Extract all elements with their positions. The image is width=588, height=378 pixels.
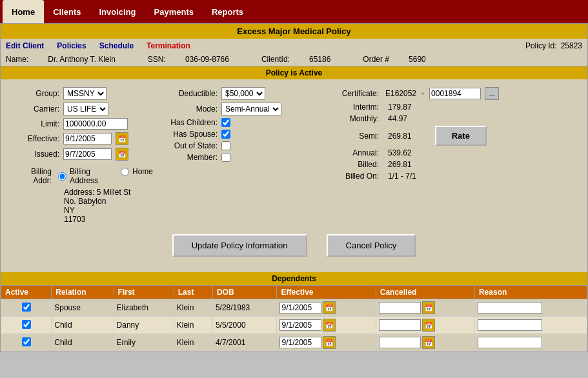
carrier-select[interactable]: US LIFE [63, 103, 108, 115]
form-col-3: Certificate: E162052 - ... Interim: 179.… [321, 87, 527, 224]
issued-label: Issued: [11, 150, 59, 159]
dep-effective-2[interactable] [279, 337, 321, 348]
sub-nav-termination[interactable]: Termination [147, 41, 190, 50]
monthly-value: 44.97 [388, 114, 407, 123]
billed-value: 269.81 [388, 160, 412, 169]
ssn-label: SSN: [148, 55, 166, 64]
col-cancelled: Cancelled [376, 286, 474, 299]
col-active: Active [1, 286, 52, 299]
dependents-section: Dependents Active Relation First Last DO… [1, 272, 587, 352]
form-area: Group: MSSNY Carrier: US LIFE Limit: [1, 79, 587, 270]
has-children-label: Has Children: [159, 118, 218, 127]
nav-tab-reports[interactable]: Reports [203, 0, 252, 23]
action-row: Update Policy Information Cancel Policy [11, 234, 577, 257]
dep-last-1: Klein [174, 317, 212, 334]
out-of-state-checkbox[interactable] [221, 141, 230, 150]
dependents-table: Active Relation First Last DOB Effective… [1, 285, 587, 352]
dep-can-cal-0[interactable]: 📅 [422, 301, 435, 314]
interim-value: 179.87 [388, 103, 412, 112]
certificate-input[interactable] [429, 88, 481, 99]
form-col-2: Deductible: $50,000 Mode: Semi-Annual Ha… [153, 87, 321, 224]
issued-input[interactable] [63, 148, 112, 160]
dep-first-2: Emily [114, 334, 174, 352]
dep-last-0: Klein [174, 299, 212, 317]
dep-reason-2[interactable] [478, 337, 542, 348]
deductible-select[interactable]: $50,000 [221, 87, 265, 100]
effective-label: Effective: [11, 134, 59, 143]
dep-eff-cal-1[interactable]: 📅 [323, 319, 336, 332]
billing-address-label: Billing Address [70, 167, 110, 185]
dep-active-1[interactable] [22, 320, 31, 329]
carrier-label: Carrier: [11, 104, 59, 114]
sub-nav-schedule[interactable]: Schedule [99, 41, 134, 50]
address-line1: 5 Millet St [97, 188, 131, 197]
nav-bar: Home Clients Invoicing Payments Reports [0, 0, 588, 23]
dep-active-2[interactable] [22, 337, 31, 346]
annual-value: 539.62 [388, 148, 412, 157]
address-line4: 11703 [64, 215, 85, 224]
dep-eff-cal-0[interactable]: 📅 [323, 301, 336, 314]
member-checkbox[interactable] [221, 153, 230, 162]
has-children-checkbox[interactable] [221, 118, 230, 127]
semi-value: 269.81 [388, 132, 412, 141]
dep-reason-1[interactable] [478, 319, 542, 331]
billed-on-label: Billed On: [327, 172, 379, 181]
dep-relation-2: Child [52, 334, 114, 352]
dep-first-1: Danny [114, 317, 174, 334]
issued-calendar-icon[interactable]: 📅 [116, 148, 128, 161]
billed-label: Billed: [327, 160, 379, 169]
policy-id-value: 25823 [561, 41, 582, 50]
has-spouse-checkbox[interactable] [221, 130, 230, 139]
dep-eff-cal-2[interactable]: 📅 [323, 336, 336, 349]
group-select[interactable]: MSSNY [63, 87, 106, 100]
dep-cancelled-2[interactable] [379, 337, 421, 348]
client-bar: Name: Dr. Anthony T. Klein SSN: 036-09-8… [1, 53, 587, 66]
mode-select[interactable]: Semi-Annual [221, 103, 281, 115]
table-row: Child Danny Klein 5/5/2000 📅 📅 [1, 317, 587, 334]
address-label: Address: [64, 188, 97, 197]
monthly-label: Monthly: [327, 114, 379, 123]
dep-cancelled-0[interactable] [379, 302, 421, 313]
dep-relation-0: Spouse [52, 299, 114, 317]
effective-input[interactable] [63, 133, 112, 144]
home-radio[interactable] [121, 168, 129, 176]
dep-relation-1: Child [52, 317, 114, 334]
col-reason: Reason [474, 286, 587, 299]
dependents-title: Dependents [1, 272, 587, 285]
ssn-value: 036-09-8766 [185, 55, 229, 64]
limit-input[interactable] [63, 118, 128, 130]
cancel-policy-button[interactable]: Cancel Policy [327, 234, 416, 257]
effective-calendar-icon[interactable]: 📅 [116, 132, 128, 145]
sub-nav-edit-client[interactable]: Edit Client [6, 41, 44, 50]
dep-active-0[interactable] [22, 303, 31, 312]
rate-button[interactable]: Rate [435, 126, 487, 146]
mode-label: Mode: [159, 104, 218, 114]
col-effective: Effective [277, 286, 376, 299]
client-id-label: ClientId: [261, 55, 290, 64]
nav-tab-home[interactable]: Home [3, 0, 44, 23]
cert-dash: - [421, 89, 424, 98]
group-label: Group: [11, 89, 59, 98]
status-bar: Policy is Active [1, 66, 587, 79]
dep-reason-0[interactable] [478, 302, 542, 313]
billing-address-radio[interactable] [58, 172, 66, 181]
dep-dob-2: 4/7/2001 [212, 334, 277, 352]
limit-label: Limit: [11, 119, 59, 128]
main-content: Excess Major Medical Policy Edit Client … [0, 23, 588, 352]
dep-can-cal-1[interactable]: 📅 [422, 319, 435, 332]
certificate-value1: E162052 [385, 89, 416, 98]
policy-id-label: Policy Id: [525, 41, 557, 50]
nav-tab-clients[interactable]: Clients [44, 0, 90, 23]
annual-label: Annual: [327, 148, 379, 157]
dep-cancelled-1[interactable] [379, 319, 421, 331]
dep-effective-0[interactable] [279, 302, 321, 313]
nav-tab-invoicing[interactable]: Invoicing [90, 0, 145, 23]
order-label: Order # [363, 55, 389, 64]
update-policy-button[interactable]: Update Policy Information [172, 234, 307, 257]
dep-can-cal-2[interactable]: 📅 [422, 336, 435, 349]
browse-button[interactable]: ... [485, 87, 499, 100]
nav-tab-payments[interactable]: Payments [145, 0, 203, 23]
policy-title: Excess Major Medical Policy [1, 24, 587, 39]
sub-nav-policies[interactable]: Policies [57, 41, 86, 50]
dep-effective-1[interactable] [279, 319, 321, 331]
